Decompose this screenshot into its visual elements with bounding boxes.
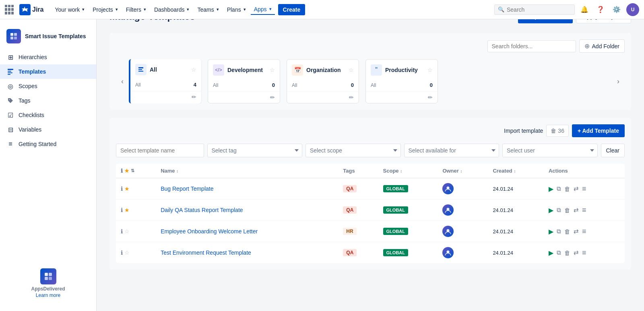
templates-table: ℹ ★ ⇅ Name ↕ Tags Scope ↕	[116, 164, 625, 263]
help-icon[interactable]: ❓	[594, 3, 607, 16]
row-name-cell: Bug Report Template	[156, 178, 338, 200]
folder-all-edit-icon[interactable]: ✏	[192, 94, 196, 100]
table-row: ℹ ☆ Employee Onboarding Welcome Letter H…	[116, 221, 625, 242]
nav-plans[interactable]: Plans ▾	[224, 5, 249, 14]
sidebar-item-tags[interactable]: Tags	[0, 93, 96, 108]
tag-badge: QA	[343, 249, 357, 256]
star-icon[interactable]: ★	[124, 207, 130, 213]
copy-action-icon[interactable]: ⧉	[557, 206, 561, 214]
notifications-icon[interactable]: 🔔	[578, 3, 591, 16]
info-icon[interactable]: ℹ	[121, 207, 123, 213]
user-avatar[interactable]: U	[626, 3, 639, 16]
sidebar-item-checklists[interactable]: ☑ Checklists	[0, 108, 96, 122]
col-created-header[interactable]: Created ↕	[488, 164, 544, 178]
star-col-icon: ★	[124, 168, 129, 174]
col-owner-header[interactable]: Owner ↕	[438, 164, 488, 178]
menu-action-icon[interactable]: ≡	[582, 206, 586, 214]
sidebar-item-scopes[interactable]: ◎ Scopes	[0, 79, 96, 93]
nav-your-work[interactable]: Your work ▾	[52, 5, 88, 14]
sidebar-item-getting-started[interactable]: ≡ Getting Started	[0, 137, 96, 151]
owner-avatar	[442, 183, 454, 194]
table-row: ℹ ☆ Test Environment Request Template QA…	[116, 242, 625, 264]
nav-dashboards[interactable]: Dashboards ▾	[151, 5, 193, 14]
nav-filters[interactable]: Filters ▾	[123, 5, 149, 14]
delete-action-icon[interactable]: 🗑	[564, 249, 570, 256]
info-icon[interactable]: ℹ	[121, 185, 123, 192]
nav-teams[interactable]: Teams ▾	[194, 5, 222, 14]
template-name-link[interactable]: Daily QA Status Report Template	[161, 207, 243, 213]
search-box[interactable]: 🔍	[494, 4, 575, 15]
folder-card-productivity[interactable]: " Productivity ☆ All 0 ✏	[365, 59, 438, 103]
svg-rect-13	[138, 69, 142, 70]
share-action-icon[interactable]: ⇄	[574, 185, 579, 192]
folder-card-organization[interactable]: 📅 Organization ☆ All 0 ✏	[287, 59, 359, 103]
filter-scope-select[interactable]: Select scope GLOBAL	[305, 144, 401, 157]
add-folder-button[interactable]: ⊕ Add Folder	[579, 39, 625, 53]
carousel-prev-button[interactable]: ‹	[116, 75, 129, 88]
carousel-next-button[interactable]: ›	[612, 75, 625, 88]
share-action-icon[interactable]: ⇄	[574, 228, 579, 235]
sidebar-item-variables[interactable]: ⊟ Variables	[0, 122, 96, 137]
apps-grid-icon[interactable]	[5, 5, 14, 14]
nav-projects[interactable]: Projects ▾	[89, 5, 121, 14]
run-action-icon[interactable]: ▶	[549, 228, 553, 235]
info-icon[interactable]: ℹ	[121, 228, 123, 235]
copy-action-icon[interactable]: ⧉	[557, 249, 561, 256]
col-scope-header[interactable]: Scope ↕	[378, 164, 438, 178]
sidebar-item-templates[interactable]: Templates	[0, 64, 96, 79]
share-action-icon[interactable]: ⇄	[574, 206, 579, 214]
folder-org-label: All	[292, 82, 297, 88]
folders-carousel: ‹ All ☆ All 4 ✏	[116, 59, 625, 103]
star-icon[interactable]: ☆	[124, 249, 130, 256]
copy-action-icon[interactable]: ⧉	[557, 185, 561, 192]
template-name-link[interactable]: Test Environment Request Template	[161, 249, 251, 256]
star-icon[interactable]: ★	[124, 185, 130, 192]
col-name-header[interactable]: Name ↕	[156, 164, 338, 178]
filter-tag-select[interactable]: Select tag QA HR	[207, 144, 303, 157]
import-template-link[interactable]: Import template	[504, 128, 543, 134]
info-icon[interactable]: ℹ	[121, 249, 123, 256]
folder-prod-star-icon[interactable]: ☆	[427, 67, 433, 73]
run-action-icon[interactable]: ▶	[549, 249, 553, 257]
folder-dev-star-icon[interactable]: ☆	[270, 67, 275, 73]
folder-dev-edit-icon[interactable]: ✏	[270, 94, 275, 101]
template-name-link[interactable]: Employee Onboarding Welcome Letter	[161, 228, 258, 235]
table-row: ℹ ★ Daily QA Status Report Template QA G…	[116, 200, 625, 221]
filter-template-name-input[interactable]	[116, 144, 204, 157]
folder-card-all[interactable]: All ☆ All 4 ✏	[129, 59, 201, 103]
folder-all-icon	[135, 64, 147, 75]
row-tag-cell: QA	[338, 178, 378, 200]
menu-action-icon[interactable]: ≡	[582, 249, 586, 257]
owner-avatar	[442, 226, 454, 237]
folder-prod-edit-icon[interactable]: ✏	[428, 94, 433, 101]
row-scope-cell: GLOBAL	[378, 200, 438, 221]
settings-icon[interactable]: ⚙️	[610, 3, 623, 16]
run-action-icon[interactable]: ▶	[549, 185, 553, 193]
filters-row: Select tag QA HR Select scope GLOBAL Sel…	[116, 144, 625, 157]
run-action-icon[interactable]: ▶	[549, 206, 553, 214]
create-button[interactable]: Create	[278, 4, 305, 15]
clear-filters-button[interactable]: Clear	[601, 144, 625, 157]
folder-org-star-icon[interactable]: ☆	[349, 67, 354, 73]
nav-apps[interactable]: Apps ▾	[251, 4, 275, 15]
folder-card-development[interactable]: </> Development ☆ All 0 ✏	[208, 59, 280, 103]
share-action-icon[interactable]: ⇄	[574, 249, 579, 256]
template-name-link[interactable]: Bug Report Template	[161, 185, 213, 192]
delete-action-icon[interactable]: 🗑	[564, 228, 570, 235]
folder-org-edit-icon[interactable]: ✏	[349, 94, 354, 101]
filter-user-select[interactable]: Select user	[502, 144, 598, 157]
search-input[interactable]	[507, 6, 571, 13]
star-icon[interactable]: ☆	[124, 228, 130, 235]
folder-all-star-icon[interactable]: ☆	[191, 66, 196, 73]
menu-action-icon[interactable]: ≡	[582, 185, 586, 193]
sidebar-item-hierarchies[interactable]: ⊞ Hierarchies	[0, 50, 96, 64]
copy-action-icon[interactable]: ⧉	[557, 228, 561, 235]
add-template-button[interactable]: + Add Template	[572, 124, 625, 137]
sidebar-brand-text: Smart Issue Templates	[25, 33, 86, 39]
delete-action-icon[interactable]: 🗑	[564, 207, 570, 214]
delete-action-icon[interactable]: 🗑	[564, 185, 570, 192]
jira-logo[interactable]: Jira	[19, 4, 43, 15]
filter-available-select[interactable]: Select available for	[404, 144, 500, 157]
menu-action-icon[interactable]: ≡	[582, 227, 586, 236]
search-folders-input[interactable]	[487, 40, 576, 52]
